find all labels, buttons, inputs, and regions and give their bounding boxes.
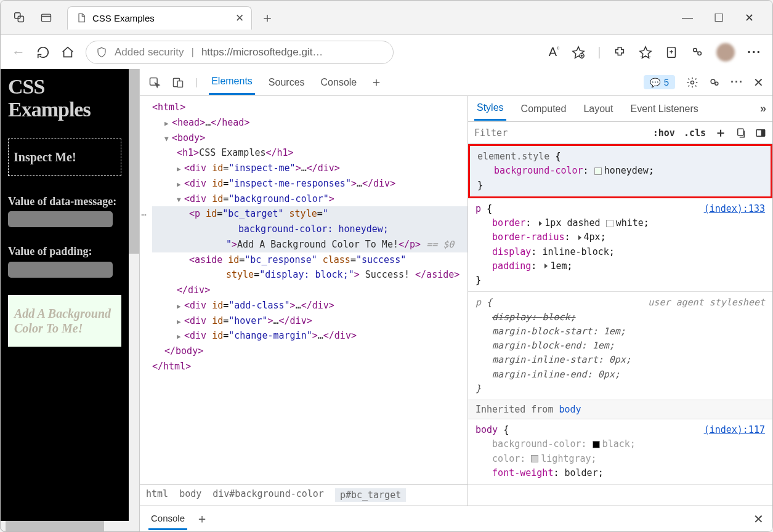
more-tabs-icon[interactable]: » <box>760 102 766 115</box>
breadcrumb: html body div#background-color p#bc_targ… <box>140 484 467 506</box>
hov-toggle[interactable]: :hov <box>653 127 675 139</box>
close-drawer-icon[interactable]: ✕ <box>753 512 764 526</box>
copy-styles-icon[interactable] <box>735 127 747 139</box>
devtools-panel: | Elements Sources Console ＋ 5 ··· ✕ <ht… <box>139 69 772 531</box>
tab-title: CSS Examples <box>92 13 155 23</box>
svg-rect-9 <box>177 81 182 87</box>
source-link[interactable]: (index):133 <box>704 202 765 216</box>
minimize-button[interactable]: ― <box>682 11 693 24</box>
profile-sync-icon[interactable] <box>690 46 704 59</box>
styles-filter-input[interactable] <box>474 127 644 139</box>
address-toolbar: ← Added security | https://microsoftedge… <box>1 34 772 69</box>
extensions-icon[interactable] <box>613 46 626 59</box>
label-padding: Value of padding: <box>8 244 121 259</box>
home-button[interactable] <box>61 46 75 59</box>
issues-badge[interactable]: 5 <box>644 75 675 89</box>
tab-layout[interactable]: Layout <box>581 98 615 120</box>
crumb-html[interactable]: html <box>146 488 168 502</box>
cls-toggle[interactable]: .cls <box>684 127 706 139</box>
tab-sources[interactable]: Sources <box>266 71 307 94</box>
label-data-message: Value of data-message: <box>8 195 121 209</box>
tab-styles[interactable]: Styles <box>474 97 506 121</box>
svg-rect-15 <box>761 129 765 136</box>
devtools-tabbar: | Elements Sources Console ＋ 5 ··· ✕ <box>140 69 772 96</box>
console-drawer: Console ＋ ✕ <box>140 506 772 531</box>
scrollbar-horizontal[interactable] <box>1 521 129 531</box>
refresh-button[interactable] <box>36 46 50 59</box>
url-text: https://microsoftedge.git… <box>201 46 323 58</box>
add-drawer-tab[interactable]: ＋ <box>196 510 208 527</box>
crumb-body[interactable]: body <box>179 488 201 502</box>
favorite-icon[interactable] <box>572 46 585 59</box>
page-heading: CSS Examples <box>8 75 121 121</box>
close-window-button[interactable]: ✕ <box>745 11 754 25</box>
workspaces-icon[interactable] <box>13 11 26 25</box>
svg-rect-13 <box>738 129 743 135</box>
inspect-element-icon[interactable] <box>148 76 161 89</box>
dom-tree[interactable]: <html> <head>…</head> <body> <h1>CSS Exa… <box>140 96 467 484</box>
console-drawer-tab[interactable]: Console <box>148 508 187 530</box>
styles-filter-row: :hov .cls ＋ <box>468 122 772 144</box>
inherited-from-header: Inherited from body <box>468 400 772 419</box>
element-style-rule[interactable]: element.style { background-color: honeyd… <box>468 144 772 198</box>
settings-menu-icon[interactable]: ··· <box>747 45 761 59</box>
svg-point-12 <box>715 82 718 85</box>
tab-event-listeners[interactable]: Event Listeners <box>628 98 700 120</box>
read-aloud-icon[interactable]: A⁾⁾ <box>549 45 559 59</box>
new-rule-button[interactable]: ＋ <box>714 124 727 141</box>
padding-value <box>8 262 113 278</box>
new-tab-button[interactable]: ＋ <box>261 9 274 27</box>
data-message-value <box>8 211 113 227</box>
inspect-me-box[interactable]: Inspect Me! <box>8 139 121 176</box>
styles-pane: Styles Computed Layout Event Listeners »… <box>467 96 772 506</box>
tab-computed[interactable]: Computed <box>519 98 569 120</box>
add-tab-button[interactable]: ＋ <box>370 74 382 91</box>
bg-color-card[interactable]: Add A Background Color To Me! <box>8 295 121 347</box>
styles-tabbar: Styles Computed Layout Event Listeners » <box>468 96 772 122</box>
profile-avatar[interactable] <box>716 43 735 62</box>
ua-rule-p: user agent stylesheet p { display: block… <box>468 292 772 400</box>
svg-rect-1 <box>18 16 23 22</box>
settings-icon[interactable] <box>686 76 698 89</box>
browser-tab[interactable]: CSS Examples ✕ <box>67 6 252 30</box>
shield-icon <box>96 47 107 58</box>
close-tab-icon[interactable]: ✕ <box>235 12 244 25</box>
tab-console[interactable]: Console <box>318 71 360 94</box>
source-link[interactable]: (index):117 <box>704 423 765 437</box>
svg-rect-2 <box>42 14 51 22</box>
elements-pane: <html> <head>…</head> <body> <h1>CSS Exa… <box>140 96 467 506</box>
svg-rect-0 <box>15 12 20 18</box>
collections-icon[interactable] <box>665 46 678 59</box>
tab-elements[interactable]: Elements <box>209 70 255 95</box>
crumb-div[interactable]: div#background-color <box>212 488 324 502</box>
back-button: ← <box>12 44 25 60</box>
more-tools-icon[interactable]: ··· <box>731 76 743 89</box>
security-label: Added security <box>115 46 184 58</box>
page-icon <box>76 13 86 23</box>
selected-dom-node[interactable]: ⋯ <p id="bc_target" style=" background-c… <box>152 206 467 252</box>
page-preview: CSS Examples Inspect Me! Value of data-m… <box>1 69 139 531</box>
device-toolbar-icon[interactable] <box>172 76 184 89</box>
feedback-icon[interactable] <box>708 76 721 89</box>
svg-point-10 <box>690 81 694 84</box>
window-tab-strip: CSS Examples ✕ ＋ ― ☐ ✕ <box>1 1 772 34</box>
css-rule-p[interactable]: (index):133 p { border: 1px dashed white… <box>468 198 772 292</box>
css-rule-body[interactable]: (index):117 body { background-color: bla… <box>468 419 772 485</box>
address-bar[interactable]: Added security | https://microsoftedge.g… <box>86 41 394 64</box>
close-devtools-icon[interactable]: ✕ <box>753 75 764 90</box>
scrollbar-vertical[interactable] <box>129 69 139 531</box>
toggle-common-icon[interactable] <box>755 127 766 139</box>
maximize-button[interactable]: ☐ <box>714 11 724 25</box>
favorites-icon[interactable] <box>639 46 652 59</box>
tab-actions-icon[interactable] <box>40 12 52 24</box>
crumb-p[interactable]: p#bc_target <box>335 488 406 502</box>
